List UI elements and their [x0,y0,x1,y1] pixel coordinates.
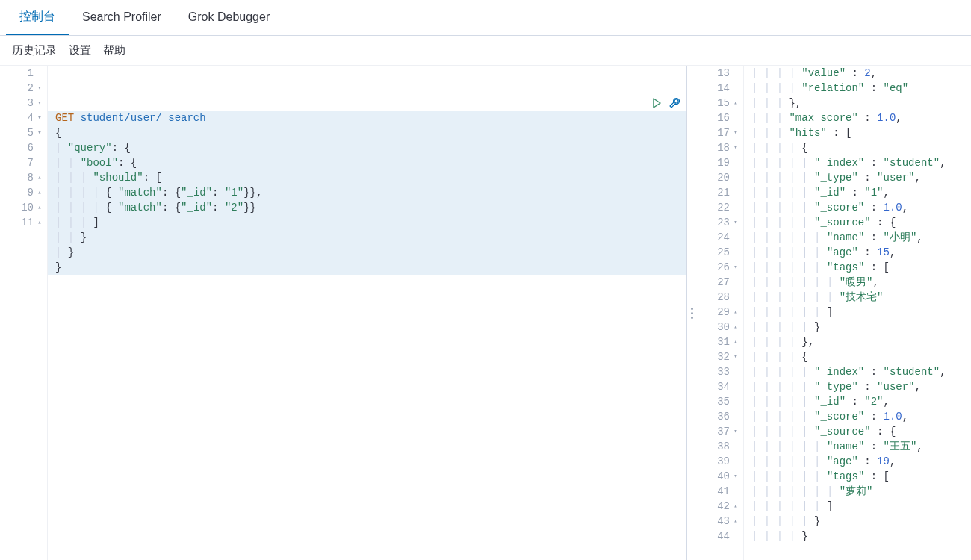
gutter-row: 19 [696,155,743,170]
code-line[interactable]: | | | "should": [ [48,170,686,185]
code-line[interactable]: | | | | | | | "萝莉" [744,484,971,499]
fold-toggle-icon[interactable]: ▴ [733,514,739,529]
code-line[interactable]: | | | }, [744,96,971,111]
code-line[interactable]: | | | | | | "age" : 19, [744,454,971,469]
gutter-row: 38 [696,439,743,454]
code-line[interactable]: | | | | | "_score" : 1.0, [744,409,971,424]
code-line[interactable]: | | | | "relation" : "eq" [744,81,971,96]
pane-divider[interactable] [687,66,696,560]
code-line[interactable]: } [48,260,686,275]
gutter-row: 22 [696,200,743,215]
gutter-row: 2▾ [0,81,47,96]
console-subbar: 历史记录 设置 帮助 [0,36,971,66]
fold-toggle-icon[interactable]: ▾ [37,81,43,96]
code-line[interactable]: | | | ] [48,215,686,230]
code-line[interactable]: | | | | "value" : 2, [744,66,971,81]
fold-toggle-icon[interactable]: ▾ [37,125,43,140]
fold-toggle-icon[interactable]: ▴ [733,499,739,514]
code-line[interactable]: | | | "max_score" : 1.0, [744,111,971,125]
play-icon[interactable] [651,67,663,79]
subbar-settings[interactable]: 设置 [69,43,91,57]
code-line[interactable]: | | | | { "match": {"_id": "2"}} [48,200,686,215]
gutter-row: 35 [696,394,743,409]
top-tabs: 控制台 Search Profiler Grok Debugger [0,0,971,36]
gutter-row: 36 [696,409,743,424]
code-line[interactable]: | | | | | | "age" : 15, [744,245,971,260]
code-line[interactable]: | | | | | "_source" : { [744,424,971,439]
gutter-row: 42▴ [696,499,743,514]
gutter-row: 37▾ [696,424,743,439]
code-line[interactable]: | | | | | | "tags" : [ [744,260,971,275]
fold-toggle-icon[interactable]: ▾ [733,349,739,364]
code-line[interactable]: | | | | | } [744,514,971,529]
request-actions [651,66,680,81]
code-line[interactable]: | | | | { [744,349,971,364]
request-editor[interactable]: GET student/user/_search{| "query": {| |… [48,66,686,560]
gutter-row: 34 [696,379,743,394]
code-line[interactable]: { [48,125,686,140]
code-line[interactable]: | } [48,245,686,260]
code-line[interactable]: | | | | | "_type" : "user", [744,170,971,185]
code-line[interactable]: | | | "hits" : [ [744,125,971,140]
code-line[interactable]: | | | | | | | "技术宅" [744,290,971,305]
wrench-icon[interactable] [668,67,680,79]
code-line[interactable]: | | | | | | | "暖男", [744,275,971,290]
tab-grok-debugger[interactable]: Grok Debugger [175,0,283,35]
code-line[interactable]: | | } [48,230,686,245]
gutter-row: 16 [696,111,743,125]
fold-toggle-icon[interactable]: ▴ [733,305,739,320]
code-line[interactable]: | | | | | "_score" : 1.0, [744,200,971,215]
subbar-help[interactable]: 帮助 [103,43,125,57]
fold-toggle-icon[interactable]: ▾ [733,469,739,484]
gutter-row: 17▾ [696,125,743,140]
gutter-row: 30▴ [696,320,743,335]
code-line[interactable]: | | | | { "match": {"_id": "1"}}, [48,185,686,200]
fold-toggle-icon[interactable]: ▴ [37,215,43,230]
fold-toggle-icon[interactable]: ▴ [733,320,739,335]
code-line[interactable]: | | | | { [744,140,971,155]
fold-toggle-icon[interactable]: ▴ [733,96,739,111]
tab-search-profiler[interactable]: Search Profiler [69,0,175,35]
tab-console[interactable]: 控制台 [6,0,69,35]
fold-toggle-icon[interactable]: ▾ [37,111,43,125]
code-line[interactable]: | | | | | | ] [744,305,971,320]
code-line[interactable]: | | | | | | "name" : "小明", [744,230,971,245]
code-line[interactable]: | | | | | | "tags" : [ [744,469,971,484]
subbar-history[interactable]: 历史记录 [12,43,57,57]
gutter-row: 1 [0,66,47,81]
fold-toggle-icon[interactable]: ▾ [733,215,739,230]
code-line[interactable]: | | | | }, [744,335,971,349]
code-line[interactable]: | | | | | "_index" : "student", [744,155,971,170]
fold-toggle-icon[interactable]: ▾ [733,424,739,439]
fold-toggle-icon[interactable]: ▾ [37,96,43,111]
code-line[interactable]: | | | | | "_index" : "student", [744,364,971,379]
gutter-row: 21 [696,185,743,200]
response-viewer[interactable]: | | | | "value" : 2,| | | | "relation" :… [744,66,971,560]
code-line[interactable]: | | | | | "_id" : "1", [744,185,971,200]
code-line[interactable]: | | | | } [744,529,971,544]
code-line[interactable]: | | | | | | ] [744,499,971,514]
code-line[interactable]: | | "bool": { [48,155,686,170]
fold-toggle-icon[interactable]: ▴ [37,185,43,200]
fold-toggle-icon[interactable]: ▾ [733,125,739,140]
fold-toggle-icon[interactable]: ▴ [37,200,43,215]
fold-toggle-icon[interactable]: ▾ [733,140,739,155]
gutter-row: 8▴ [0,170,47,185]
code-line[interactable]: | | | | | | "name" : "王五", [744,439,971,454]
gutter-row: 31▴ [696,335,743,349]
fold-toggle-icon[interactable]: ▴ [733,335,739,349]
code-line[interactable]: | "query": { [48,140,686,155]
code-line[interactable]: | | | | | "_id" : "2", [744,394,971,409]
fold-toggle-icon[interactable]: ▾ [733,260,739,275]
fold-toggle-icon[interactable]: ▴ [37,170,43,185]
code-line[interactable]: | | | | | "_source" : { [744,215,971,230]
gutter-row: 6 [0,140,47,155]
code-line[interactable]: GET student/user/_search [48,111,686,125]
drag-handle-icon [691,308,693,319]
gutter-row: 24 [696,230,743,245]
code-line[interactable]: | | | | | } [744,320,971,335]
gutter-row: 43▴ [696,514,743,529]
code-line[interactable]: | | | | | "_type" : "user", [744,379,971,394]
gutter-row: 33 [696,364,743,379]
gutter-row: 29▴ [696,305,743,320]
